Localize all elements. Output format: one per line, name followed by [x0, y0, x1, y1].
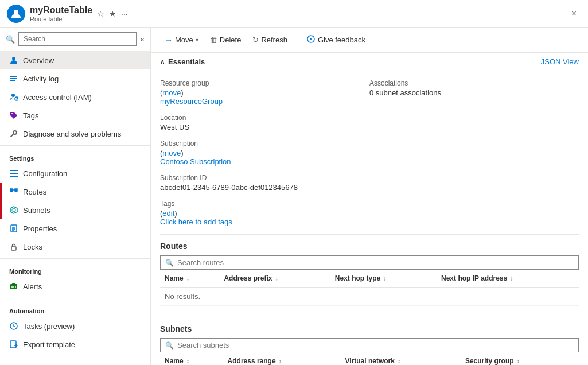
move-button[interactable]: → Move ▾ — [160, 33, 203, 47]
person-badge-icon — [9, 92, 18, 102]
tags-label: Tags — [160, 200, 360, 208]
feedback-icon — [306, 34, 316, 45]
tags-add-link[interactable]: Click here to add tags — [160, 218, 232, 226]
close-button[interactable]: × — [567, 6, 581, 21]
subnets-table: Name ↕ Address range ↕ Virtual network ↕ — [160, 352, 579, 365]
list-icon — [9, 74, 18, 83]
sidebar-item-label: Configuration — [23, 169, 67, 178]
config-icon — [9, 169, 18, 178]
sidebar-item-locks[interactable]: Locks — [0, 238, 150, 256]
delete-icon: 🗑 — [210, 36, 217, 44]
header: myRouteTable Route table ☆ ★ ··· × — [0, 0, 588, 28]
lock-icon — [9, 242, 18, 251]
collapse-icon[interactable]: « — [140, 34, 145, 44]
export-icon — [9, 340, 18, 349]
routes-no-results-row: No results. — [160, 288, 579, 306]
resource-group-move-link[interactable]: move — [162, 88, 181, 97]
delete-button-label: Delete — [220, 36, 242, 44]
search-input[interactable] — [18, 32, 137, 46]
routes-no-results: No results. — [160, 288, 579, 306]
more-options-icon[interactable]: ··· — [121, 9, 128, 18]
subscription-id-value: abcdef01-2345-6789-0abc-def012345678 — [160, 183, 360, 192]
resource-name: myRouteTable — [30, 5, 92, 15]
routes-icon — [9, 187, 18, 196]
subnets-icon — [9, 205, 18, 215]
wrench-icon — [9, 129, 18, 138]
routes-search-input[interactable] — [177, 258, 574, 267]
routes-search-icon: 🔍 — [165, 259, 174, 267]
sort-icon[interactable]: ↕ — [186, 358, 189, 364]
favorite-star-outline-icon[interactable]: ☆ — [97, 9, 104, 18]
tasks-icon — [9, 321, 18, 331]
sort-icon[interactable]: ↕ — [186, 275, 189, 282]
settings-section-header: Settings — [0, 148, 150, 164]
subnets-search-box: 🔍 — [160, 338, 579, 352]
tags-field: Tags (edit) Click here to add tags — [160, 197, 369, 228]
sort-icon[interactable]: ↕ — [511, 275, 513, 282]
tags-value: (edit) Click here to add tags — [160, 209, 360, 226]
svg-rect-2 — [10, 76, 17, 77]
delete-button[interactable]: 🗑 Delete — [205, 33, 246, 46]
sidebar-item-subnets[interactable]: Subnets — [0, 201, 150, 219]
pin-icon[interactable]: ★ — [109, 9, 116, 18]
routes-col-address-prefix: Address prefix ↕ — [219, 270, 330, 288]
resource-type: Route table — [30, 15, 92, 22]
svg-point-7 — [11, 113, 13, 114]
resource-group-field: Resource group (move) myResourceGroup — [160, 77, 369, 108]
sort-icon[interactable]: ↕ — [398, 358, 400, 364]
subscription-move-link[interactable]: move — [162, 149, 181, 157]
routes-col-name: Name ↕ — [160, 270, 219, 288]
move-dropdown-icon: ▾ — [196, 37, 198, 43]
svg-rect-8 — [10, 170, 18, 171]
resource-avatar — [7, 5, 25, 23]
sidebar-item-label: Activity log — [23, 75, 59, 83]
refresh-button[interactable]: ↻ Refresh — [248, 33, 292, 46]
sidebar-item-label: Locks — [23, 243, 42, 251]
resource-group-link[interactable]: myResourceGroup — [160, 97, 223, 106]
svg-point-6 — [15, 97, 18, 100]
subscription-link[interactable]: Contoso Subscription — [160, 157, 231, 166]
sort-icon[interactable]: ↕ — [517, 358, 520, 364]
routes-search-box: 🔍 — [160, 255, 579, 270]
subscription-id-label: Subscription ID — [160, 174, 360, 182]
feedback-button[interactable]: Give feedback — [302, 32, 370, 48]
json-view-link[interactable]: JSON View — [541, 57, 579, 66]
sidebar-item-activity-log[interactable]: Activity log — [0, 69, 150, 88]
sidebar-item-configuration[interactable]: Configuration — [0, 164, 150, 182]
sidebar-item-routes[interactable]: Routes — [0, 182, 150, 201]
sidebar-item-alerts[interactable]: Alerts — [0, 277, 150, 296]
svg-point-0 — [14, 10, 18, 14]
subscription-value: (move) Contoso Subscription — [160, 149, 360, 166]
sidebar-item-overview[interactable]: Overview — [0, 51, 150, 69]
sidebar-item-properties[interactable]: Properties — [0, 219, 150, 238]
routes-col-next-hop-ip: Next hop IP address ↕ — [437, 270, 579, 288]
sidebar-item-tasks[interactable]: Tasks (preview) — [0, 317, 150, 335]
subnets-col-virtual-network: Virtual network ↕ — [340, 352, 460, 365]
sort-icon[interactable]: ↕ — [384, 275, 387, 282]
move-button-label: Move — [175, 36, 193, 44]
subnets-col-address-range: Address range ↕ — [223, 352, 341, 365]
sidebar-item-label: Alerts — [23, 282, 42, 291]
alert-icon — [9, 282, 18, 291]
svg-rect-9 — [10, 173, 18, 174]
sidebar-item-label: Overview — [23, 56, 54, 65]
essentials-collapse-icon[interactable]: ∧ — [160, 58, 165, 65]
svg-rect-4 — [10, 80, 15, 81]
subnets-search-input[interactable] — [177, 341, 574, 350]
sidebar-item-tags[interactable]: Tags — [0, 106, 150, 125]
sidebar-item-access-control[interactable]: Access control (IAM) — [0, 88, 150, 106]
sidebar-item-label: Properties — [23, 224, 57, 233]
sort-icon[interactable]: ↕ — [275, 275, 278, 282]
automation-section-header: Automation — [0, 301, 150, 317]
sidebar-item-label: Tasks (preview) — [23, 322, 75, 331]
svg-point-30 — [310, 38, 312, 40]
sidebar-item-export-template[interactable]: Export template — [0, 335, 150, 354]
sort-icon[interactable]: ↕ — [279, 358, 282, 364]
refresh-icon: ↻ — [252, 36, 259, 44]
subscription-field: Subscription (move) Contoso Subscription — [160, 137, 369, 168]
sidebar-item-label: Access control (IAM) — [23, 93, 92, 102]
sidebar-item-diagnose[interactable]: Diagnose and solve problems — [0, 125, 150, 143]
subnets-col-name: Name ↕ — [160, 352, 223, 365]
tags-edit-link[interactable]: edit — [162, 209, 174, 218]
svg-point-1 — [12, 57, 15, 60]
